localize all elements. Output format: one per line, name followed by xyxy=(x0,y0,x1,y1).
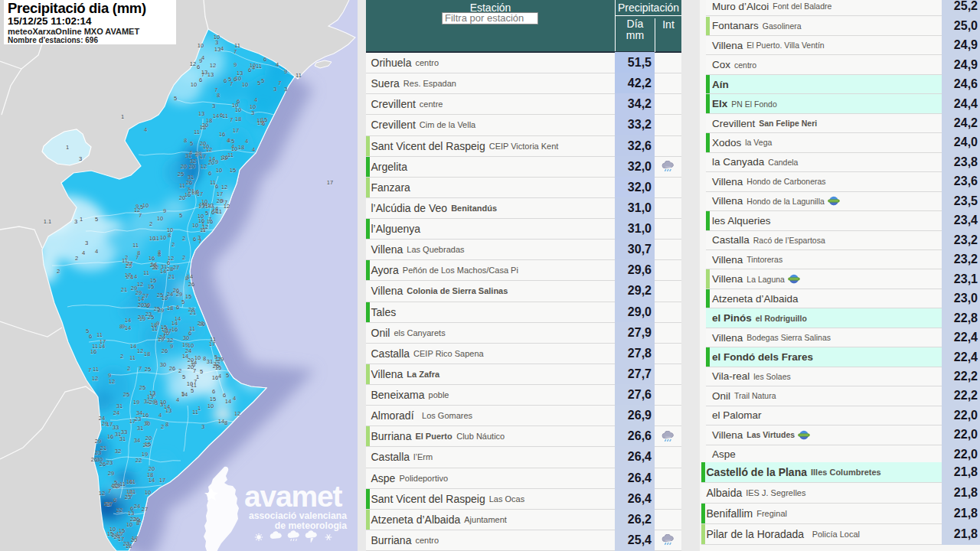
svg-text:2: 2 xyxy=(127,365,130,372)
svg-text:17: 17 xyxy=(132,535,138,542)
svg-text:26: 26 xyxy=(100,461,106,468)
svg-text:3: 3 xyxy=(212,103,215,109)
svg-text:24: 24 xyxy=(113,409,119,416)
svg-text:11: 11 xyxy=(216,208,222,215)
svg-text:10: 10 xyxy=(216,167,222,174)
svg-text:26: 26 xyxy=(173,287,179,294)
svg-text:12: 12 xyxy=(190,60,196,67)
svg-text:18: 18 xyxy=(144,350,150,357)
svg-text:23: 23 xyxy=(95,449,101,456)
svg-text:18: 18 xyxy=(238,144,244,151)
svg-text:10: 10 xyxy=(191,81,197,88)
svg-text:5: 5 xyxy=(190,140,193,147)
svg-text:33: 33 xyxy=(121,429,127,435)
svg-text:14: 14 xyxy=(172,320,178,327)
svg-text:10: 10 xyxy=(207,403,214,409)
svg-text:27: 27 xyxy=(138,314,144,321)
svg-text:18: 18 xyxy=(235,116,241,122)
svg-text:4: 4 xyxy=(95,248,98,255)
svg-text:19: 19 xyxy=(158,336,164,343)
svg-text:29: 29 xyxy=(149,399,155,406)
svg-text:2: 2 xyxy=(149,220,152,227)
svg-text:17: 17 xyxy=(197,191,203,197)
svg-text:19: 19 xyxy=(133,399,139,406)
svg-text:20: 20 xyxy=(145,435,152,442)
svg-text:30: 30 xyxy=(183,334,189,341)
svg-text:11: 11 xyxy=(92,343,98,350)
svg-text:21: 21 xyxy=(168,273,175,280)
svg-text:13: 13 xyxy=(128,510,134,517)
svg-text:21: 21 xyxy=(188,187,194,194)
svg-text:9: 9 xyxy=(156,320,159,327)
svg-text:2: 2 xyxy=(182,235,185,242)
svg-text:3: 3 xyxy=(160,401,163,408)
svg-text:26: 26 xyxy=(188,281,194,288)
svg-text:5: 5 xyxy=(114,479,117,486)
svg-text:6: 6 xyxy=(224,77,227,84)
svg-text:13: 13 xyxy=(214,46,220,53)
svg-text:25: 25 xyxy=(148,314,154,321)
svg-text:20: 20 xyxy=(217,197,223,204)
svg-text:18: 18 xyxy=(167,305,173,311)
svg-text:10: 10 xyxy=(126,521,132,528)
svg-text:19: 19 xyxy=(142,451,148,458)
svg-text:9: 9 xyxy=(163,207,166,214)
svg-text:26: 26 xyxy=(162,347,168,354)
svg-text:16: 16 xyxy=(219,131,225,138)
svg-text:11: 11 xyxy=(296,72,302,79)
svg-text:11: 11 xyxy=(129,354,136,361)
svg-text:6: 6 xyxy=(146,302,149,309)
svg-text:2: 2 xyxy=(172,241,175,248)
svg-text:2: 2 xyxy=(57,268,60,275)
svg-text:16: 16 xyxy=(107,433,113,440)
svg-text:11: 11 xyxy=(227,152,234,158)
svg-text:13: 13 xyxy=(207,71,214,78)
svg-text:6: 6 xyxy=(113,497,116,504)
svg-text:20: 20 xyxy=(149,465,155,472)
svg-text:2: 2 xyxy=(161,423,164,430)
svg-text:2: 2 xyxy=(182,254,185,261)
svg-text:11: 11 xyxy=(132,242,139,249)
svg-text:8: 8 xyxy=(165,421,168,428)
svg-text:6: 6 xyxy=(212,388,215,395)
svg-text:27: 27 xyxy=(173,264,179,271)
svg-text:4: 4 xyxy=(134,273,137,280)
svg-text:17: 17 xyxy=(327,179,333,186)
svg-text:34: 34 xyxy=(136,409,142,416)
svg-text:23: 23 xyxy=(106,459,113,466)
svg-text:10: 10 xyxy=(232,102,238,109)
svg-text:16: 16 xyxy=(172,326,178,333)
svg-text:29: 29 xyxy=(108,470,114,477)
svg-text:7: 7 xyxy=(278,80,281,86)
svg-text:10: 10 xyxy=(149,235,155,242)
svg-text:6: 6 xyxy=(211,209,214,216)
svg-text:6: 6 xyxy=(197,64,200,70)
svg-text:6: 6 xyxy=(248,67,251,73)
svg-text:10: 10 xyxy=(187,380,193,387)
svg-text:5: 5 xyxy=(257,80,260,86)
svg-text:11: 11 xyxy=(222,112,228,119)
svg-text:31: 31 xyxy=(116,403,122,409)
svg-text:de meteorologia: de meteorologia xyxy=(275,520,347,531)
svg-text:26: 26 xyxy=(186,179,192,186)
svg-text:3: 3 xyxy=(74,218,77,225)
svg-text:5: 5 xyxy=(181,298,185,305)
svg-text:27: 27 xyxy=(142,506,148,513)
svg-text:4: 4 xyxy=(176,396,179,403)
svg-text:12: 12 xyxy=(137,347,143,354)
svg-text:9: 9 xyxy=(136,203,139,210)
svg-text:12: 12 xyxy=(109,378,115,385)
svg-text:14: 14 xyxy=(149,477,155,484)
svg-text:11: 11 xyxy=(119,481,126,487)
svg-text:31: 31 xyxy=(119,435,126,442)
svg-text:14: 14 xyxy=(218,418,224,425)
svg-text:10: 10 xyxy=(160,234,166,241)
svg-text:3: 3 xyxy=(284,86,287,93)
svg-text:7: 7 xyxy=(230,116,233,123)
svg-text:33: 33 xyxy=(113,424,119,431)
svg-text:avamet: avamet xyxy=(244,480,342,513)
svg-text:5: 5 xyxy=(228,76,231,83)
svg-text:16: 16 xyxy=(222,154,228,161)
svg-text:4: 4 xyxy=(252,64,255,71)
svg-text:31: 31 xyxy=(207,358,213,365)
